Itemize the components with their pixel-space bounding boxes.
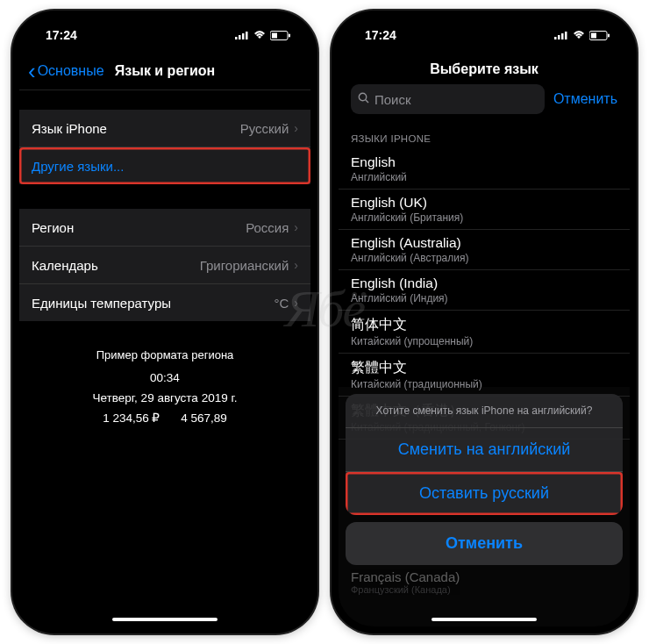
svg-rect-8	[558, 35, 560, 39]
wifi-icon	[253, 31, 266, 39]
svg-rect-2	[242, 33, 245, 39]
chevron-right-icon: ›	[294, 121, 298, 135]
svg-rect-12	[591, 32, 596, 38]
sheet-cancel-button[interactable]: Отменить	[346, 522, 623, 565]
section-header: ЯЗЫКИ IPHONE	[339, 121, 630, 149]
row-iphone-language[interactable]: Язык iPhone Русский ›	[19, 110, 310, 147]
svg-rect-13	[608, 33, 610, 37]
row-region[interactable]: Регион Россия ›	[19, 209, 310, 247]
svg-rect-5	[272, 32, 277, 38]
phone-left: 17:24 Основные Язык и регион	[12, 11, 317, 633]
status-time: 17:24	[46, 28, 77, 42]
row-label: Единицы температуры	[32, 296, 274, 311]
signal-icon	[554, 31, 568, 39]
row-value: Россия	[246, 220, 289, 235]
wifi-icon	[573, 31, 585, 39]
svg-line-15	[366, 100, 368, 103]
row-value: Григорианский	[200, 258, 289, 273]
language-row[interactable]: English Английский	[339, 149, 630, 190]
language-row-behind-sheet: Français (Canada) Французский (Канада)	[339, 566, 630, 598]
status-bar: 17:24	[19, 18, 310, 53]
status-time: 17:24	[365, 28, 396, 42]
battery-icon	[589, 31, 610, 40]
search-icon	[358, 92, 369, 106]
nav-bar: Основные Язык и регион	[19, 53, 310, 90]
cancel-search-button[interactable]: Отменить	[553, 91, 617, 107]
language-row[interactable]: English (UK) Английский (Британия)	[339, 190, 630, 230]
svg-rect-0	[235, 37, 238, 39]
change-language-button[interactable]: Сменить на английский	[346, 428, 623, 472]
row-label: Регион	[32, 220, 246, 235]
chevron-right-icon: ›	[294, 220, 298, 234]
battery-icon	[270, 31, 291, 40]
row-value: Русский	[240, 121, 289, 136]
chevron-right-icon: ›	[294, 258, 298, 272]
row-temperature[interactable]: Единицы температуры °C ›	[19, 284, 310, 321]
back-button[interactable]: Основные	[28, 60, 104, 82]
language-row[interactable]: English (Australia) Английский (Австрали…	[339, 230, 630, 270]
row-label: Язык iPhone	[32, 121, 240, 136]
search-input[interactable]: Поиск	[351, 84, 545, 114]
svg-rect-10	[565, 32, 567, 39]
row-label: Другие языки...	[32, 159, 298, 174]
svg-rect-7	[554, 37, 557, 39]
status-bar: 17:24	[339, 18, 630, 53]
home-indicator[interactable]	[431, 618, 537, 621]
home-indicator[interactable]	[112, 618, 218, 621]
language-row[interactable]: 简体中文 Китайский (упрощенный)	[339, 311, 630, 354]
sheet-prompt: Хотите сменить язык iPhone на английский…	[346, 394, 623, 428]
page-title: Выберите язык	[339, 53, 630, 84]
row-value: °C	[274, 296, 289, 311]
row-calendar[interactable]: Календарь Григорианский ›	[19, 247, 310, 284]
svg-point-14	[359, 93, 366, 100]
svg-rect-9	[561, 33, 564, 39]
row-other-languages[interactable]: Другие языки...	[19, 147, 310, 184]
phone-right: 17:24 Выберите язык	[332, 11, 637, 633]
signal-icon	[235, 31, 249, 39]
keep-language-button[interactable]: Оставить русский	[346, 472, 623, 515]
svg-rect-1	[239, 35, 241, 39]
svg-rect-6	[289, 33, 290, 37]
chevron-right-icon: ›	[294, 296, 298, 310]
language-row[interactable]: English (India) Английский (Индия)	[339, 270, 630, 311]
region-format-example: Пример формата региона 00:34 Четверг, 29…	[19, 346, 310, 429]
row-label: Календарь	[32, 258, 200, 273]
search-placeholder: Поиск	[374, 92, 411, 107]
svg-rect-3	[246, 32, 248, 39]
